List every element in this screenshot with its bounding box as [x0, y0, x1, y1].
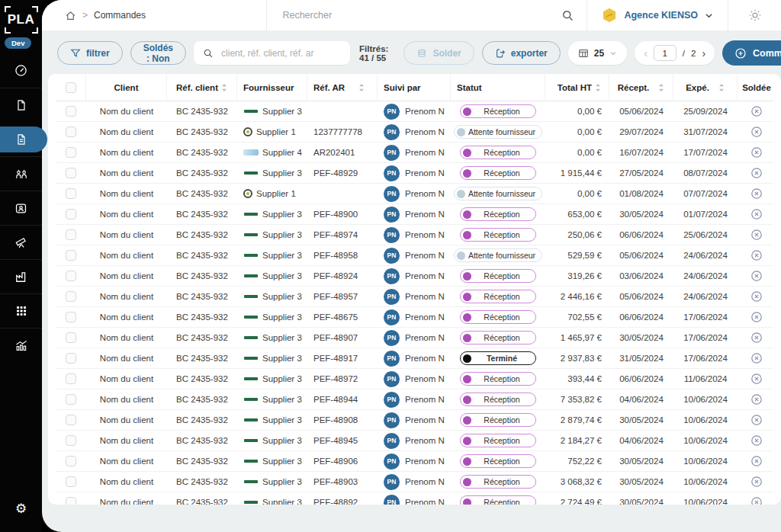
- table-row[interactable]: Nom du client BC 2435-932 Supplier 3 PEF…: [56, 369, 773, 389]
- sort-icon[interactable]: [658, 83, 664, 92]
- row-checkbox[interactable]: [66, 271, 76, 281]
- row-checkbox[interactable]: [66, 291, 76, 302]
- sort-icon[interactable]: [718, 83, 725, 92]
- page-size-selector[interactable]: 25: [568, 41, 627, 65]
- table-row[interactable]: Nom du client BC 2435-932 Supplier 3 PEF…: [56, 163, 773, 184]
- row-checkbox[interactable]: [66, 497, 76, 505]
- sort-icon[interactable]: [595, 83, 601, 92]
- search-icon[interactable]: [561, 9, 574, 22]
- soldee-x-circle-icon[interactable]: [750, 496, 763, 505]
- column-header-fournisseur[interactable]: Fournisseur: [237, 74, 307, 101]
- row-checkbox[interactable]: [66, 229, 76, 240]
- sidebar-item-documents[interactable]: [0, 88, 42, 122]
- table-row[interactable]: Nom du client BC 2435-932 Supplier 3 PEF…: [56, 266, 773, 287]
- soldee-x-circle-icon[interactable]: [750, 311, 763, 323]
- column-header-ref-client[interactable]: Réf. client: [167, 74, 237, 101]
- table-row[interactable]: Nom du client BC 2435-932 Supplier 1 123…: [56, 122, 773, 143]
- column-header-soldee[interactable]: Soldée: [738, 74, 776, 101]
- home-icon[interactable]: [65, 10, 76, 21]
- soldee-x-circle-icon[interactable]: [750, 167, 763, 179]
- sidebar-item-prospection[interactable]: [0, 225, 42, 259]
- prev-page-button[interactable]: ‹: [644, 48, 648, 59]
- table-row[interactable]: Nom du client BC 2435-932 Supplier 3 PEF…: [56, 287, 773, 307]
- next-page-button[interactable]: ›: [702, 48, 705, 59]
- page-input[interactable]: [654, 45, 677, 61]
- row-checkbox[interactable]: [66, 456, 76, 466]
- sidebar-item-team[interactable]: [0, 156, 42, 191]
- export-button[interactable]: exporter: [482, 41, 561, 65]
- soldee-x-circle-icon[interactable]: [750, 208, 763, 220]
- table-row[interactable]: Nom du client BC 2435-932 Supplier 3 PEF…: [56, 410, 773, 431]
- sidebar-item-contacts[interactable]: [0, 191, 42, 225]
- table-row[interactable]: Nom du client BC 2435-932 Supplier 1 PN …: [56, 184, 773, 204]
- column-header-suivi-par[interactable]: Suivi par: [378, 74, 451, 101]
- global-search-input[interactable]: [281, 9, 561, 21]
- row-checkbox[interactable]: [66, 373, 76, 384]
- soldee-x-circle-icon[interactable]: [750, 229, 763, 241]
- soldee-x-circle-icon[interactable]: [750, 187, 763, 200]
- soldee-x-circle-icon[interactable]: [750, 270, 763, 282]
- row-checkbox[interactable]: [66, 332, 76, 343]
- soldee-x-circle-icon[interactable]: [750, 332, 763, 344]
- soldee-x-circle-icon[interactable]: [750, 126, 763, 138]
- table-row[interactable]: Nom du client BC 2435-932 Supplier 3 PEF…: [56, 328, 773, 348]
- soldee-x-circle-icon[interactable]: [750, 146, 763, 159]
- select-all-checkbox[interactable]: [66, 82, 76, 93]
- theme-toggle[interactable]: [728, 0, 781, 30]
- sidebar-item-commandes[interactable]: [0, 122, 42, 156]
- column-header-client[interactable]: Client: [86, 74, 167, 101]
- soldee-x-circle-icon[interactable]: [750, 290, 763, 303]
- sort-icon[interactable]: [358, 83, 365, 92]
- row-checkbox[interactable]: [66, 415, 76, 425]
- table-row[interactable]: Nom du client BC 2435-932 Supplier 3 PEF…: [56, 225, 773, 245]
- table-row[interactable]: Nom du client BC 2435-932 Supplier 3 PN …: [56, 101, 773, 122]
- table-row[interactable]: Nom du client BC 2435-932 Supplier 3 PEF…: [56, 389, 773, 410]
- soldee-x-circle-icon[interactable]: [750, 455, 763, 467]
- soldes-filter-button[interactable]: Soldés : Non: [130, 41, 186, 65]
- row-checkbox[interactable]: [66, 168, 76, 178]
- column-header-total-ht[interactable]: Total HT: [545, 74, 609, 101]
- soldee-x-circle-icon[interactable]: [750, 352, 763, 364]
- row-checkbox[interactable]: [66, 127, 76, 137]
- soldee-x-circle-icon[interactable]: [750, 249, 763, 261]
- row-checkbox[interactable]: [66, 250, 76, 261]
- row-checkbox[interactable]: [66, 106, 76, 117]
- table-row[interactable]: Nom du client BC 2435-932 Supplier 3 PEF…: [56, 492, 773, 505]
- row-checkbox[interactable]: [66, 353, 76, 364]
- table-row[interactable]: Nom du client BC 2435-932 Supplier 3 PEF…: [56, 245, 773, 266]
- sort-icon[interactable]: [221, 83, 227, 92]
- table-row[interactable]: Nom du client BC 2435-932 Supplier 3 PEF…: [56, 451, 773, 472]
- soldee-x-circle-icon[interactable]: [750, 414, 763, 426]
- row-checkbox[interactable]: [66, 147, 76, 158]
- filter-button[interactable]: filtrer: [57, 41, 123, 65]
- sidebar-item-apps[interactable]: [0, 293, 42, 328]
- row-checkbox[interactable]: [66, 188, 76, 199]
- column-header-ref-ar[interactable]: Réf. AR: [307, 74, 378, 101]
- row-checkbox[interactable]: [66, 209, 76, 220]
- soldee-x-circle-icon[interactable]: [750, 105, 763, 117]
- row-checkbox[interactable]: [66, 435, 76, 446]
- table-row[interactable]: Nom du client BC 2435-932 Supplier 3 PEF…: [56, 348, 773, 369]
- column-header-statut[interactable]: Statut: [451, 74, 545, 101]
- soldee-x-circle-icon[interactable]: [750, 476, 763, 488]
- breadcrumb-current[interactable]: Commandes: [94, 10, 146, 21]
- table-row[interactable]: Nom du client BC 2435-932 Supplier 3 PEF…: [56, 307, 773, 328]
- table-row[interactable]: Nom du client BC 2435-932 Supplier 3 PEF…: [56, 204, 773, 225]
- agency-selector[interactable]: Agence KIENSO: [587, 0, 728, 30]
- row-checkbox[interactable]: [66, 476, 76, 487]
- sidebar-item-settings[interactable]: ⚙: [0, 492, 42, 526]
- solder-button[interactable]: Solder: [403, 41, 474, 65]
- column-header-recept[interactable]: Récept.: [609, 74, 673, 101]
- soldee-x-circle-icon[interactable]: [750, 393, 763, 405]
- table-row[interactable]: Nom du client BC 2435-932 Supplier 3 PEF…: [56, 472, 773, 492]
- sidebar-item-stats[interactable]: [0, 328, 42, 362]
- soldee-x-circle-icon[interactable]: [750, 434, 763, 447]
- row-checkbox[interactable]: [66, 394, 76, 405]
- row-checkbox[interactable]: [66, 312, 76, 322]
- column-header-expe[interactable]: Expé.: [673, 74, 738, 101]
- new-order-button[interactable]: Commande: [722, 40, 781, 66]
- sidebar-item-factory[interactable]: [0, 259, 42, 293]
- table-row[interactable]: Nom du client BC 2435-932 Supplier 3 PEF…: [56, 431, 773, 451]
- table-search-input[interactable]: [220, 47, 341, 59]
- table-row[interactable]: Nom du client BC 2435-932 Supplier 4 AR2…: [56, 143, 773, 163]
